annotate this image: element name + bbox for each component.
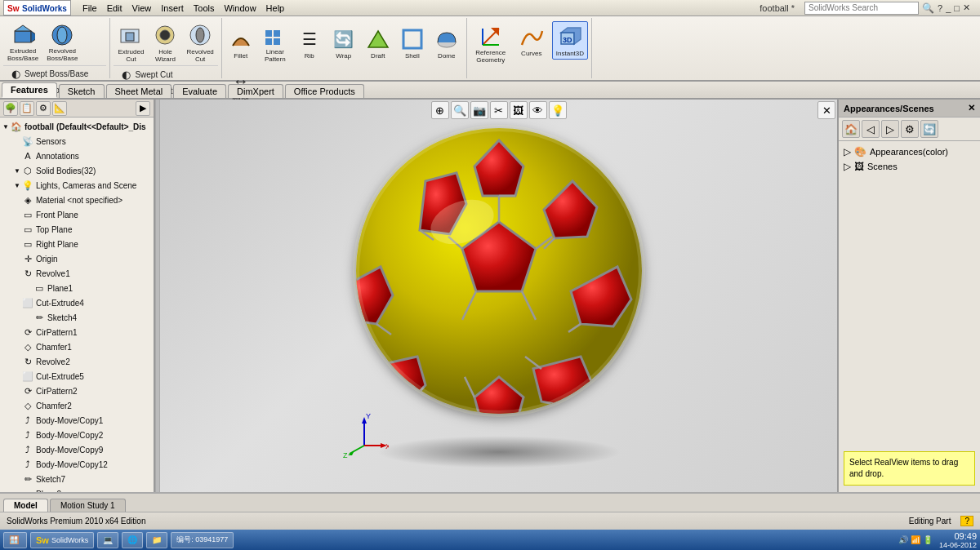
tab-office-products[interactable]: Office Products	[285, 84, 364, 98]
feature-tree-tab[interactable]: 🌳	[3, 101, 18, 116]
tree-item-revolve1[interactable]: ↻Revolve1	[0, 266, 154, 281]
help-button[interactable]: ?	[960, 516, 973, 526]
help-icon[interactable]: ?	[938, 3, 942, 13]
tree-item-lights[interactable]: ▼💡Lights, Cameras and Scene	[0, 178, 154, 193]
tree-item-cut_extrude4[interactable]: ⬜Cut-Extrude4	[0, 295, 154, 310]
revolved-boss-base-button[interactable]: RevolvedBoss/Base	[42, 20, 82, 65]
tree-item-revolve2[interactable]: ↻Revolve2	[0, 354, 154, 369]
right-panel-close[interactable]: ✕	[968, 103, 975, 113]
menu-help[interactable]: Help	[261, 0, 290, 16]
tree-item-cut_extrude5[interactable]: ⬜Cut-Extrude5	[0, 369, 154, 384]
fillet-icon	[228, 26, 254, 52]
zoom-to-fit-button[interactable]: ⊕	[431, 101, 449, 119]
search-input[interactable]	[804, 2, 919, 15]
tree-item-cir_pattern2[interactable]: ⟳CirPattern2	[0, 384, 154, 398]
menu-file[interactable]: File	[78, 0, 102, 16]
appearances-color-item[interactable]: ▷ 🎨 Appearances(color)	[844, 144, 975, 159]
rp-home-icon[interactable]: 🏠	[842, 120, 860, 138]
draft-button[interactable]: Draft	[361, 20, 395, 65]
menu-tools[interactable]: Tools	[189, 0, 220, 16]
fillet-button[interactable]: Fillet	[224, 20, 258, 65]
taskbar-computer-item[interactable]: 💻	[97, 532, 118, 548]
hide-show-button[interactable]: 👁	[529, 101, 547, 119]
ribbon-tabs: Features Sketch Sheet Metal Evaluate Dim…	[0, 82, 980, 100]
tab-sheet-metal[interactable]: Sheet Metal	[106, 84, 172, 98]
taskbar-app-item[interactable]: 📁	[146, 532, 167, 548]
maximize-icon[interactable]: □	[954, 3, 960, 13]
dimxpert-tab[interactable]: 📐	[52, 101, 67, 116]
minimize-icon[interactable]: _	[946, 3, 951, 13]
reference-geometry-button[interactable]: ReferenceGeometry	[470, 21, 511, 67]
property-tab[interactable]: 📋	[20, 101, 34, 116]
hole-wizard-button[interactable]: HoleWizard	[148, 20, 182, 65]
menu-edit[interactable]: Edit	[102, 0, 127, 16]
tree-item-icon: ⟳	[21, 384, 34, 397]
svg-rect-13	[265, 38, 272, 45]
instant3d-button[interactable]: 3D Instant3D	[552, 21, 588, 60]
wrap-button[interactable]: 🔄 Wrap	[327, 20, 361, 65]
tree-item-front_plane[interactable]: ▭Front Plane	[0, 207, 154, 222]
tree-item-sketch7[interactable]: ✏Sketch7	[0, 472, 154, 486]
tree-item-right_plane[interactable]: ▭Right Plane	[0, 237, 154, 251]
realview-button[interactable]: 💡	[549, 101, 567, 119]
swept-cut-button[interactable]: ◐ Swept Cut	[114, 66, 178, 82]
menu-insert[interactable]: Insert	[156, 0, 189, 16]
dome-button[interactable]: Dome	[430, 20, 464, 65]
linear-pattern-button[interactable]: LinearPattern	[258, 20, 292, 65]
tab-features[interactable]: Features	[2, 82, 57, 98]
extruded-cut-button[interactable]: ExtrudedCut	[114, 20, 148, 65]
tree-item-body_move1[interactable]: ⤴Body-Move/Copy1	[0, 413, 154, 428]
tab-evaluate[interactable]: Evaluate	[173, 84, 226, 98]
tree-item-solid_bodies[interactable]: ▼⬡Solid Bodies(32)	[0, 163, 154, 178]
revolved-cut-button[interactable]: RevolvedCut	[182, 20, 217, 65]
taskbar-text[interactable]: 编号: 03941977	[171, 532, 234, 548]
tree-item-sketch4[interactable]: ✏Sketch4	[0, 310, 154, 325]
viewport-close-button[interactable]: ✕	[817, 101, 835, 119]
tree-item-plane2[interactable]: ▭Plane2	[0, 486, 154, 492]
tree-item-material[interactable]: ◈Material <not specified>	[0, 193, 154, 207]
search-icon[interactable]: 🔍	[922, 2, 934, 14]
view-orient-button[interactable]: 📷	[470, 101, 488, 119]
tree-arrow	[13, 372, 21, 380]
tree-item-chamfer2[interactable]: ◇Chamfer2	[0, 398, 154, 413]
menu-window[interactable]: Window	[219, 0, 261, 16]
rp-fwd-icon[interactable]: ▷	[881, 120, 899, 138]
menu-bar: Sw SolidWorks File Edit View Insert Tool…	[0, 0, 980, 16]
tree-item-plane1[interactable]: ▭Plane1	[0, 281, 154, 295]
tab-dimxpert[interactable]: DimXpert	[228, 84, 283, 98]
tree-root[interactable]: ▼ 🏠 football (Default<<Default>_Dis	[0, 119, 154, 134]
viewport[interactable]: ⊕ 🔍 📷 ✂ 🖼 👁 💡 ✕	[160, 100, 837, 492]
tree-item-origin[interactable]: ✛Origin	[0, 251, 154, 266]
section-view-button[interactable]: ✂	[490, 101, 508, 119]
scenes-item[interactable]: ▷ 🖼 Scenes	[844, 159, 975, 174]
rib-button[interactable]: ☰ Rib	[292, 20, 327, 65]
tree-item-sensors[interactable]: 📡Sensors	[0, 134, 154, 149]
tree-item-cir_pattern1[interactable]: ⟳CirPattern1	[0, 325, 154, 339]
config-tab[interactable]: ⚙	[36, 101, 51, 116]
tree-item-body_move2[interactable]: ⤴Body-Move/Copy2	[0, 428, 154, 442]
curves-button[interactable]: Curves	[514, 21, 549, 60]
close-icon[interactable]: ✕	[963, 2, 970, 13]
extruded-boss-base-button[interactable]: ExtrudedBoss/Base	[3, 20, 42, 65]
tree-item-chamfer1[interactable]: ◇Chamfer1	[0, 339, 154, 354]
zoom-in-button[interactable]: 🔍	[451, 101, 469, 119]
menu-view[interactable]: View	[127, 0, 157, 16]
taskbar-sw-item[interactable]: Sw SolidWorks	[30, 532, 94, 548]
rp-refresh-icon[interactable]: 🔄	[920, 120, 938, 138]
curves-icon	[519, 24, 545, 50]
start-button[interactable]: 🪟	[3, 532, 27, 548]
display-style-button[interactable]: 🖼	[510, 101, 528, 119]
tab-motion-study[interactable]: Motion Study 1	[50, 499, 126, 512]
tree-item-body_move9[interactable]: ⤴Body-Move/Copy9	[0, 442, 154, 457]
tree-item-top_plane[interactable]: ▭Top Plane	[0, 222, 154, 237]
expand-panel-button[interactable]: ▶	[136, 101, 150, 116]
swept-boss-button[interactable]: ◐ Swept Boss/Base	[3, 66, 94, 82]
shell-button[interactable]: Shell	[395, 20, 430, 65]
tab-model[interactable]: Model	[3, 499, 48, 512]
tree-item-annotations[interactable]: AAnnotations	[0, 149, 154, 163]
rp-settings-icon[interactable]: ⚙	[901, 120, 919, 138]
tab-sketch[interactable]: Sketch	[59, 84, 105, 98]
rp-back-icon[interactable]: ◁	[862, 120, 880, 138]
taskbar-browser-item[interactable]: 🌐	[122, 532, 143, 548]
tree-item-body_move12[interactable]: ⤴Body-Move/Copy12	[0, 457, 154, 472]
